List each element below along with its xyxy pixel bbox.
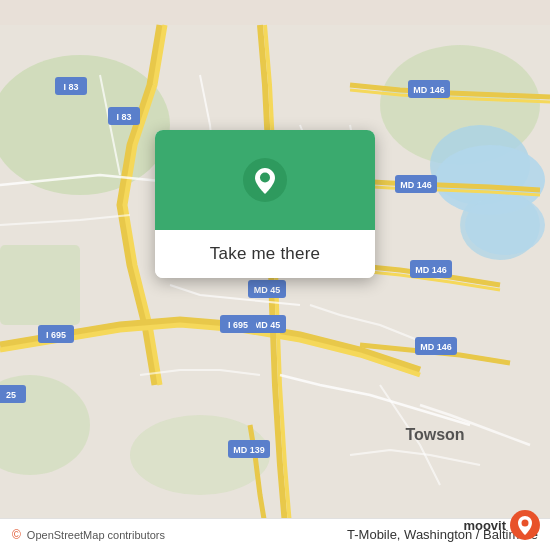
svg-text:I 83: I 83: [116, 112, 131, 122]
moovit-text: moovit: [463, 518, 506, 533]
svg-text:MD 45: MD 45: [254, 320, 281, 330]
svg-point-36: [260, 173, 270, 183]
popup-header: [155, 130, 375, 230]
svg-text:MD 45: MD 45: [254, 285, 281, 295]
svg-text:25: 25: [6, 390, 16, 400]
svg-text:MD 146: MD 146: [400, 180, 432, 190]
map-container: I 83 I 83 MD 45 MD 45 MD 146 MD 146 MD 1…: [0, 0, 550, 550]
svg-text:MD 146: MD 146: [420, 342, 452, 352]
svg-text:MD 146: MD 146: [415, 265, 447, 275]
svg-point-9: [465, 195, 545, 255]
popup-card: Take me there: [155, 130, 375, 278]
svg-text:I 695: I 695: [46, 330, 66, 340]
location-pin-icon: [243, 158, 287, 202]
copyright-icon: ©: [12, 528, 21, 542]
attribution-text: OpenStreetMap contributors: [27, 529, 165, 541]
svg-text:MD 146: MD 146: [413, 85, 445, 95]
moovit-branding: moovit: [463, 510, 540, 540]
svg-text:Towson: Towson: [405, 426, 464, 443]
svg-text:MD 139: MD 139: [233, 445, 265, 455]
take-me-there-button[interactable]: Take me there: [155, 230, 375, 278]
svg-point-38: [522, 520, 529, 527]
svg-rect-5: [0, 245, 80, 325]
svg-text:I 83: I 83: [63, 82, 78, 92]
moovit-logo-icon: [510, 510, 540, 540]
svg-text:I 695: I 695: [228, 320, 248, 330]
bottom-left-info: © OpenStreetMap contributors: [12, 528, 165, 542]
